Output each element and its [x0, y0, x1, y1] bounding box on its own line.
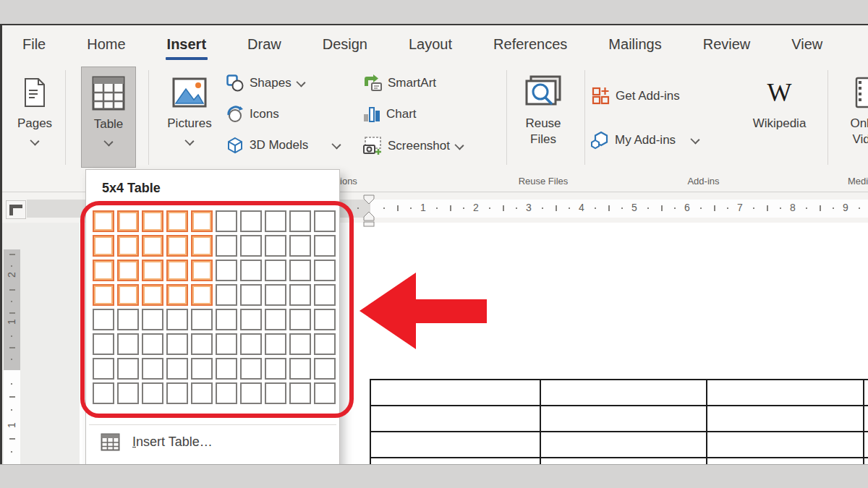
document-table-cell[interactable] — [371, 406, 540, 431]
wikipedia-button[interactable]: W Wikipedia — [745, 67, 814, 168]
chevron-down-icon — [454, 140, 464, 150]
wikipedia-label: Wikipedia — [753, 116, 807, 132]
tab-stop-selector[interactable] — [6, 200, 26, 219]
vertical-ruler-tick — [11, 335, 12, 337]
vertical-ruler-tick — [9, 289, 15, 291]
ribbon-tab-bar: FileHomeInsertDrawDesignLayoutReferences… — [2, 25, 868, 64]
ruler-tick — [410, 207, 412, 209]
menu-tab-draw[interactable]: Draw — [247, 25, 281, 64]
red-arrow-annotation — [359, 273, 490, 349]
my-add-ins-label: My Add-ins — [615, 133, 676, 147]
chart-icon — [363, 106, 380, 123]
chevron-down-icon — [296, 77, 305, 87]
smartart-icon — [363, 74, 382, 92]
document-table-cell[interactable] — [707, 380, 863, 405]
vertical-ruler-margin — [4, 249, 20, 370]
shapes-button[interactable]: Shapes — [226, 74, 305, 92]
reuse-files-icon — [525, 72, 561, 113]
vertical-ruler-tick — [11, 451, 12, 453]
vertical-ruler-tick — [11, 301, 12, 302]
icons-button[interactable]: Icons — [226, 106, 279, 123]
ruler-number: 4 — [574, 202, 589, 213]
reuse-files-button[interactable]: ReuseFiles — [516, 67, 570, 168]
ruler-tick — [621, 207, 623, 209]
vertical-ruler-tick — [11, 383, 12, 385]
table-label: Table — [94, 116, 124, 132]
ruler-number: 7 — [733, 202, 747, 213]
shapes-label: Shapes — [250, 76, 292, 90]
window-bottom-strip — [0, 464, 868, 488]
document-table-cell[interactable] — [864, 380, 868, 405]
ruler-tick — [661, 205, 663, 211]
menu-tab-insert[interactable]: Insert — [167, 25, 206, 64]
ruler-tick — [767, 205, 768, 211]
insert-table-label: Insert Table… — [132, 435, 213, 450]
table-button[interactable]: Table — [81, 67, 136, 168]
vertical-ruler-tick — [11, 409, 12, 411]
menu-separator — [89, 424, 336, 425]
document-table-cell[interactable] — [541, 380, 706, 405]
get-add-ins-button[interactable]: Get Add-ins — [592, 87, 680, 105]
reuse-files-label: ReuseFiles — [525, 116, 561, 147]
online-video-button[interactable]: OnlineVideo — [839, 67, 868, 168]
ruler-number: 3 — [522, 202, 536, 213]
3d-models-icon — [226, 137, 244, 154]
ruler-tick — [780, 207, 781, 209]
ruler-number: 6 — [680, 202, 694, 213]
my-add-ins-button[interactable]: My Add-ins — [590, 131, 699, 150]
vertical-ruler-tick — [9, 254, 15, 255]
document-table-cell[interactable] — [541, 432, 706, 457]
3d-models-label: 3D Models — [250, 138, 308, 153]
vertical-ruler-number: 2 — [6, 269, 17, 281]
window-border — [0, 24, 2, 464]
ruler-number: 1 — [416, 202, 430, 213]
ruler-tick — [556, 205, 557, 211]
ruler-number: 2 — [469, 202, 483, 213]
insert-table-menu-item[interactable]: Insert Table… — [101, 433, 213, 451]
vertical-ruler-number: 1 — [6, 316, 17, 328]
document-table-cell[interactable] — [864, 432, 868, 457]
menu-tab-file[interactable]: File — [22, 25, 46, 64]
menu-tab-design[interactable]: Design — [323, 25, 367, 64]
pages-icon — [22, 72, 47, 113]
document-table-cell[interactable] — [371, 380, 540, 405]
menu-tab-home[interactable]: Home — [87, 25, 125, 64]
ruler-number: 5 — [627, 202, 642, 213]
arrow-shaft — [409, 299, 487, 323]
group-label-reuse-files: Reuse Files — [510, 176, 576, 187]
ruler-tick — [674, 207, 676, 209]
document-table-cell[interactable] — [864, 406, 868, 431]
get-add-ins-label: Get Add-ins — [616, 89, 680, 103]
group-separator — [65, 70, 66, 165]
pictures-label: Pictures — [167, 116, 211, 132]
document-table-cell[interactable] — [707, 432, 863, 457]
document-table-cell[interactable] — [707, 406, 863, 431]
group-label-add-ins: Add-ins — [669, 176, 738, 187]
menu-tab-layout[interactable]: Layout — [409, 25, 452, 64]
pictures-button[interactable]: Pictures — [162, 67, 217, 168]
smartart-label: SmartArt — [388, 76, 436, 90]
ruler-tick — [608, 205, 610, 211]
screenshot-button[interactable]: Screenshot — [363, 137, 463, 155]
chevron-down-icon — [103, 137, 113, 146]
vertical-ruler-tick — [9, 347, 15, 348]
menu-tab-review[interactable]: Review — [703, 25, 751, 64]
indent-markers[interactable] — [362, 194, 375, 228]
chart-button[interactable]: Chart — [363, 106, 417, 123]
ruler-tick — [397, 205, 399, 211]
menu-tab-mailings[interactable]: Mailings — [608, 25, 661, 64]
group-label-media: Media — [848, 176, 868, 187]
menu-tab-references[interactable]: References — [493, 25, 567, 64]
document-table-cell[interactable] — [371, 432, 540, 457]
vertical-ruler[interactable]: 121 — [4, 224, 20, 464]
document-table-cell[interactable] — [541, 406, 706, 431]
ruler-tick — [833, 207, 834, 209]
insert-table-icon — [101, 433, 120, 451]
smartart-button[interactable]: SmartArt — [363, 74, 436, 92]
icons-label: Icons — [250, 107, 279, 121]
ruler-tick — [595, 207, 596, 209]
pages-button[interactable]: Pages — [12, 67, 58, 168]
3d-models-button[interactable]: 3D Models — [226, 137, 340, 154]
ruler-number: 9 — [838, 202, 853, 213]
menu-tab-view[interactable]: View — [791, 25, 822, 64]
